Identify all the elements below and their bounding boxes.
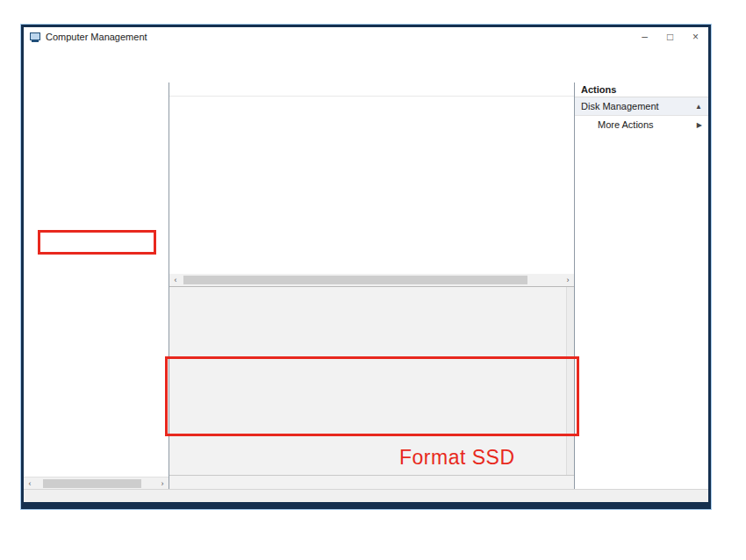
maximize-button[interactable]: □ bbox=[657, 27, 683, 47]
collapse-arrow-icon[interactable]: ▲ bbox=[695, 103, 702, 111]
minimize-button[interactable]: – bbox=[632, 27, 657, 47]
console-tree bbox=[24, 83, 169, 84]
more-actions-label: More Actions bbox=[598, 119, 654, 130]
scrollbar-thumb[interactable] bbox=[43, 479, 141, 488]
actions-group-label: Disk Management bbox=[581, 101, 659, 111]
close-button[interactable]: × bbox=[683, 27, 708, 47]
console-tree-panel: ‹ › bbox=[24, 83, 169, 490]
screenshot-canvas: Computer Management –□× ‹ › ‹ bbox=[0, 0, 746, 560]
format-ssd-annotation: Format SSD bbox=[399, 446, 515, 470]
scroll-left-arrow[interactable]: ‹ bbox=[24, 477, 36, 490]
title-bar[interactable]: Computer Management –□× bbox=[24, 27, 708, 47]
more-actions-item[interactable]: More Actions ▶ bbox=[575, 116, 708, 133]
disk-graphical-view: Format SSD bbox=[169, 286, 574, 475]
window-title: Computer Management bbox=[46, 32, 147, 42]
tree-horizontal-scrollbar[interactable]: ‹ › bbox=[24, 477, 169, 490]
scroll-right-arrow[interactable]: › bbox=[562, 274, 574, 286]
graphic-vertical-scrollbar[interactable] bbox=[566, 287, 574, 475]
scroll-right-arrow[interactable]: › bbox=[156, 477, 169, 490]
menu-bar bbox=[24, 47, 708, 63]
window-controls: –□× bbox=[632, 27, 708, 47]
volume-list-horizontal-scrollbar[interactable]: ‹ › bbox=[169, 274, 574, 286]
computer-management-window: Computer Management –□× ‹ › ‹ bbox=[21, 25, 711, 509]
legend-bar bbox=[169, 475, 574, 490]
actions-panel: Actions Disk Management ▲ More Actions ▶ bbox=[575, 83, 708, 490]
submenu-arrow-icon: ▶ bbox=[697, 121, 702, 129]
scroll-left-arrow[interactable]: ‹ bbox=[169, 274, 182, 286]
toolbar bbox=[24, 63, 708, 83]
actions-group-disk-management[interactable]: Disk Management ▲ bbox=[575, 97, 708, 116]
main-area: ‹ › ‹ › Format SSD bbox=[24, 83, 708, 490]
app-icon bbox=[29, 32, 41, 43]
volume-list-header[interactable] bbox=[169, 83, 574, 97]
volume-list bbox=[169, 83, 574, 274]
disk-management-pane: ‹ › Format SSD bbox=[169, 83, 575, 490]
actions-header: Actions bbox=[575, 83, 708, 97]
scrollbar-thumb[interactable] bbox=[183, 276, 527, 284]
status-bar bbox=[24, 489, 708, 502]
